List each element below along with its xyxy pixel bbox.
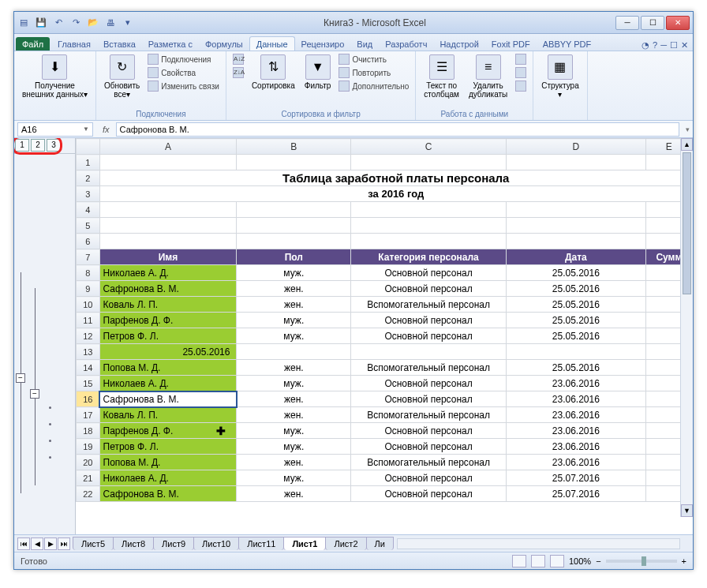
row-header[interactable]: 4: [77, 202, 100, 218]
cell[interactable]: [237, 344, 351, 360]
cell[interactable]: муж.: [237, 376, 351, 391]
doc-restore-icon[interactable]: ☐: [670, 40, 678, 51]
cell[interactable]: [506, 218, 645, 234]
scroll-up-icon[interactable]: ▲: [681, 138, 693, 151]
maximize-button[interactable]: ☐: [641, 16, 664, 30]
view-break-button[interactable]: [550, 555, 564, 567]
formula-input[interactable]: Сафронова В. М.: [116, 122, 679, 137]
print-icon[interactable]: 🖶: [104, 17, 117, 29]
cell[interactable]: [237, 218, 351, 234]
save-icon[interactable]: 💾: [35, 17, 47, 29]
cell[interactable]: [351, 234, 507, 249]
cell[interactable]: [506, 155, 645, 170]
cell[interactable]: 25.05.2016: [506, 265, 645, 281]
cell[interactable]: муж.: [237, 470, 351, 486]
cell[interactable]: жен.: [237, 360, 351, 376]
cell[interactable]: Вспомогательный персонал: [351, 360, 507, 376]
tab-разметка с[interactable]: Разметка с: [142, 37, 199, 51]
sheet-tab[interactable]: Ли: [366, 537, 394, 550]
row-header[interactable]: 16: [77, 391, 100, 407]
clear-filter-button[interactable]: Очистить: [337, 53, 410, 66]
cell[interactable]: Вспомогательный персонал: [351, 455, 507, 470]
spreadsheet-grid[interactable]: A B C D E 12Таблица заработной платы пер…: [76, 138, 693, 502]
cell[interactable]: Коваль Л. П.: [99, 297, 237, 313]
outline-level-2[interactable]: 2: [31, 139, 45, 152]
cell[interactable]: Парфенов Д. Ф.: [99, 313, 237, 328]
fx-icon[interactable]: fx: [99, 125, 113, 134]
tab-next-icon[interactable]: ▶: [44, 537, 57, 550]
tab-last-icon[interactable]: ⏭: [58, 537, 70, 550]
view-layout-button[interactable]: [531, 555, 545, 567]
name-box[interactable]: A16 ▼: [17, 122, 93, 137]
select-all-corner[interactable]: [77, 139, 100, 155]
properties-button[interactable]: Свойства: [146, 66, 221, 79]
row-header[interactable]: 21: [77, 470, 100, 486]
cell[interactable]: муж.: [237, 423, 351, 439]
get-external-data-button[interactable]: ⬇ Получение внешних данных▾: [19, 53, 91, 100]
table-subtitle[interactable]: за 2016 год: [99, 186, 692, 202]
sheet-tab[interactable]: Лист5: [73, 537, 114, 550]
cell[interactable]: Николаев А. Д.: [99, 265, 237, 281]
tab-abbyy pdf[interactable]: ABBYY PDF: [537, 37, 598, 51]
tab-формулы[interactable]: Формулы: [199, 37, 249, 51]
cell[interactable]: [99, 234, 237, 249]
cell[interactable]: [351, 344, 507, 360]
cell[interactable]: Основной персонал: [351, 470, 507, 486]
row-header[interactable]: 2: [77, 170, 100, 186]
formula-expand-icon[interactable]: ▾: [683, 125, 693, 133]
cell[interactable]: [237, 234, 351, 249]
data-validation-button[interactable]: [514, 53, 528, 66]
view-normal-button[interactable]: [512, 555, 526, 567]
table-header[interactable]: Имя: [99, 249, 237, 265]
cell[interactable]: жен.: [237, 407, 351, 423]
vertical-scrollbar[interactable]: ▲ ▼: [680, 138, 693, 517]
reapply-button[interactable]: Повторить: [337, 66, 410, 79]
tab-разработч[interactable]: Разработч: [379, 37, 433, 51]
row-header[interactable]: 1: [77, 155, 100, 170]
cell[interactable]: 25.05.2016: [506, 360, 645, 376]
tab-вставка[interactable]: Вставка: [97, 37, 142, 51]
outline-button[interactable]: ▦ Структура ▾: [538, 53, 582, 100]
cell[interactable]: Основной персонал: [351, 391, 507, 407]
cell[interactable]: [237, 155, 351, 170]
cell[interactable]: Николаев А. Д.: [99, 470, 237, 486]
connections-button[interactable]: Подключения: [146, 53, 221, 66]
row-header[interactable]: 12: [77, 328, 100, 344]
outline-collapse-1[interactable]: −: [16, 373, 25, 383]
zoom-slider[interactable]: [606, 560, 677, 563]
cell[interactable]: Петров Ф. Л.: [99, 328, 237, 344]
cell[interactable]: Основной персонал: [351, 423, 507, 439]
row-header[interactable]: 17: [77, 407, 100, 423]
refresh-all-button[interactable]: ↻ Обновить все▾: [101, 53, 143, 100]
zoom-out-button[interactable]: −: [596, 556, 600, 566]
cell[interactable]: [99, 218, 237, 234]
cell[interactable]: Основной персонал: [351, 313, 507, 328]
cell[interactable]: жен.: [237, 297, 351, 313]
col-header-C[interactable]: C: [351, 139, 507, 155]
tab-file[interactable]: Файл: [16, 37, 50, 51]
cell[interactable]: Основной персонал: [351, 265, 507, 281]
sheet-tab[interactable]: Лист10: [193, 537, 239, 550]
row-header[interactable]: 15: [77, 376, 100, 391]
row-header[interactable]: 19: [77, 439, 100, 455]
redo-icon[interactable]: ↷: [69, 17, 82, 29]
cell[interactable]: 23.06.2016: [506, 407, 645, 423]
sheet-tab[interactable]: Лист11: [238, 537, 284, 550]
horizontal-scrollbar[interactable]: [397, 538, 680, 549]
open-icon[interactable]: 📂: [87, 17, 99, 29]
cell[interactable]: [351, 155, 507, 170]
sheet-tab[interactable]: Лист2: [325, 537, 366, 550]
advanced-filter-button[interactable]: Дополнительно: [337, 80, 410, 92]
sort-za-button[interactable]: Z↓A: [231, 66, 245, 79]
table-title[interactable]: Таблица заработной платы персонала: [99, 170, 692, 186]
cell[interactable]: 23.06.2016: [506, 455, 645, 470]
subtotal-cell[interactable]: 25.05.2016: [99, 344, 237, 360]
cell[interactable]: жен.: [237, 281, 351, 297]
col-header-B[interactable]: B: [237, 139, 351, 155]
tab-данные[interactable]: Данные: [249, 36, 295, 51]
minimize-button[interactable]: ─: [615, 16, 639, 30]
tab-foxit pdf[interactable]: Foxit PDF: [485, 37, 537, 51]
qat-dropdown-icon[interactable]: ▾: [122, 17, 134, 29]
close-button[interactable]: ✕: [666, 16, 690, 30]
cell[interactable]: муж.: [237, 313, 351, 328]
